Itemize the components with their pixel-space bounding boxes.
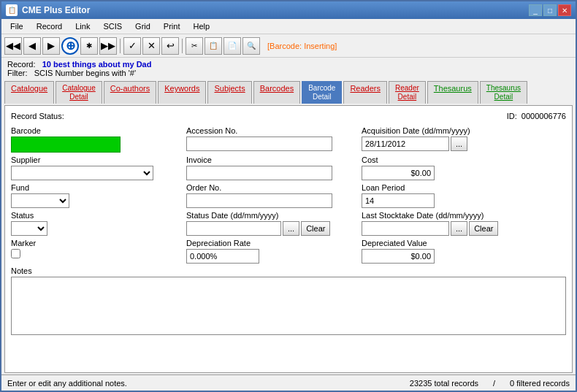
barcode-input[interactable] — [11, 137, 121, 153]
acquisition-date-picker-button[interactable]: ... — [451, 137, 467, 151]
total-records: 23235 total records — [410, 379, 478, 388]
tab-subjects[interactable]: Subjects — [207, 81, 251, 104]
accession-label: Accession No. — [186, 126, 354, 135]
record-status-row: Record Status: ID: 0000006776 — [11, 112, 566, 120]
status-field: Status — [11, 211, 179, 236]
separator-slash: / — [493, 379, 495, 388]
content-area: Record Status: ID: 0000006776 Barcode Ac… — [4, 105, 573, 373]
title-bar: 📋 CME Plus Editor _ □ ✕ — [1, 1, 576, 19]
supplier-select[interactable] — [11, 166, 153, 180]
toolbar-cancel-button[interactable]: ✕ — [142, 37, 160, 55]
record-title: 10 best things about my Dad — [42, 60, 152, 69]
filter-value: SCIS Number begins with '#' — [34, 69, 136, 77]
toolbar-btn-2[interactable]: ◀ — [23, 37, 41, 55]
depreciation-rate-input[interactable]: 0.000% — [186, 249, 259, 264]
menu-help[interactable]: Help — [187, 20, 215, 32]
notes-textarea[interactable] — [11, 277, 566, 335]
status-select[interactable] — [11, 221, 47, 236]
toolbar-copy-button[interactable]: 📋 — [205, 37, 222, 55]
toolbar-add-button[interactable]: ⊕ — [61, 37, 79, 55]
status-bar-right: 23235 total records / 0 filtered records — [410, 379, 570, 388]
toolbar-undo-button[interactable]: ↩ — [161, 37, 179, 55]
acquisition-date-input[interactable]: 28/11/2012 — [362, 137, 449, 151]
stocktake-date-clear-button[interactable]: Clear — [469, 221, 498, 236]
tab-catalogue-detail[interactable]: CatalogueDetail — [56, 81, 102, 104]
tab-barcodes[interactable]: Barcodes — [253, 81, 300, 104]
toolbar-btn-6[interactable]: ▶▶ — [99, 37, 117, 55]
record-label: Record: — [7, 60, 36, 69]
acquisition-date-row: 28/11/2012 ... — [362, 137, 566, 151]
notes-field: Notes — [11, 266, 566, 335]
depreciated-value-input[interactable]: $0.00 — [362, 249, 435, 264]
tab-barcode-detail[interactable]: BarcodeDetail — [302, 81, 342, 104]
menu-print[interactable]: Print — [158, 20, 186, 32]
tab-readers[interactable]: Readers — [343, 81, 387, 104]
order-input[interactable] — [186, 193, 332, 208]
status-date-clear-button[interactable]: Clear — [301, 221, 330, 236]
status-date-input[interactable] — [186, 221, 281, 236]
tab-reader-detail[interactable]: ReaderDetail — [389, 81, 426, 104]
supplier-label: Supplier — [11, 155, 179, 164]
filtered-records: 0 filtered records — [510, 379, 570, 388]
status-date-label: Status Date (dd/mm/yyyy) — [186, 211, 354, 220]
menu-record[interactable]: Record — [31, 20, 68, 32]
loan-period-input[interactable]: 14 — [362, 193, 435, 208]
marker-checkbox[interactable] — [11, 249, 20, 258]
tab-thesaurus[interactable]: Thesaurus — [427, 81, 478, 104]
invoice-input[interactable] — [186, 166, 332, 180]
toolbar-search-button[interactable]: 🔍 — [242, 37, 260, 55]
toolbar-check-button[interactable]: ✓ — [123, 37, 141, 55]
menu-grid[interactable]: Grid — [129, 20, 156, 32]
stocktake-date-row: ... Clear — [362, 221, 566, 236]
depreciated-value-field: Depreciated Value $0.00 — [362, 239, 566, 264]
status-bar: Enter or edit any additional notes. 2323… — [1, 374, 576, 391]
toolbar-paste-button[interactable]: 📄 — [223, 37, 241, 55]
fund-label: Fund — [11, 183, 179, 192]
acquisition-label: Acquisition Date (dd/mm/yyyy) — [362, 126, 566, 135]
stocktake-date-picker-button[interactable]: ... — [451, 221, 467, 236]
separator-1 — [120, 39, 121, 53]
menu-scis[interactable]: SCIS — [97, 20, 128, 32]
invoice-field: Invoice — [186, 155, 354, 180]
toolbar-btn-1[interactable]: ◀◀ — [4, 37, 22, 55]
toolbar-cut-button[interactable]: ✂ — [186, 37, 203, 55]
cost-input[interactable]: $0.00 — [362, 166, 435, 180]
row-4: Status Status Date (dd/mm/yyyy) ... Clea… — [11, 211, 566, 236]
app-icon: 📋 — [6, 4, 18, 16]
depreciation-rate-label: Depreciation Rate — [186, 239, 354, 247]
separator-2 — [182, 39, 183, 53]
record-id: ID: 0000006776 — [507, 112, 566, 120]
menu-link[interactable]: Link — [69, 20, 96, 32]
acquisition-field: Acquisition Date (dd/mm/yyyy) 28/11/2012… — [362, 126, 566, 153]
fund-select[interactable] — [11, 193, 69, 208]
row-2: Supplier Invoice Cost $0.00 — [11, 155, 566, 180]
close-button[interactable]: ✕ — [558, 4, 571, 16]
stocktake-date-input[interactable] — [362, 221, 449, 236]
stocktake-label: Last Stocktake Date (dd/mm/yyyy) — [362, 211, 566, 220]
tab-thesaurus-detail[interactable]: ThesaurusDetail — [480, 81, 527, 104]
toolbar-btn-5[interactable]: ✱ — [80, 37, 98, 55]
main-window: 📋 CME Plus Editor _ □ ✕ File Record Link… — [0, 0, 577, 392]
minimize-button[interactable]: _ — [529, 4, 542, 16]
status-date-picker-button[interactable]: ... — [283, 221, 299, 236]
depreciated-value-label: Depreciated Value — [362, 239, 566, 247]
barcode-status: [Barcode: Inserting] — [267, 42, 337, 50]
filter-label: Filter: — [7, 69, 28, 77]
marker-field: Marker — [11, 239, 179, 264]
cost-label: Cost — [362, 155, 566, 164]
tab-co-authors[interactable]: Co-authors — [104, 81, 156, 104]
invoice-label: Invoice — [186, 155, 354, 164]
status-hint: Enter or edit any additional notes. — [7, 379, 127, 388]
marker-label: Marker — [11, 239, 179, 247]
tab-catalogue[interactable]: Catalogue — [4, 81, 54, 104]
maximize-button[interactable]: □ — [543, 4, 557, 16]
tab-keywords[interactable]: Keywords — [158, 81, 206, 104]
window-controls: _ □ ✕ — [529, 4, 571, 16]
record-info: Record: 10 best things about my Dad Filt… — [1, 58, 576, 80]
loan-period-label: Loan Period — [362, 183, 566, 192]
accession-input[interactable] — [186, 137, 332, 151]
menu-file[interactable]: File — [4, 20, 29, 32]
status-label: Status — [11, 211, 179, 220]
toolbar-btn-3[interactable]: ▶ — [42, 37, 60, 55]
row-5: Marker Depreciation Rate 0.000% Deprecia… — [11, 239, 566, 264]
